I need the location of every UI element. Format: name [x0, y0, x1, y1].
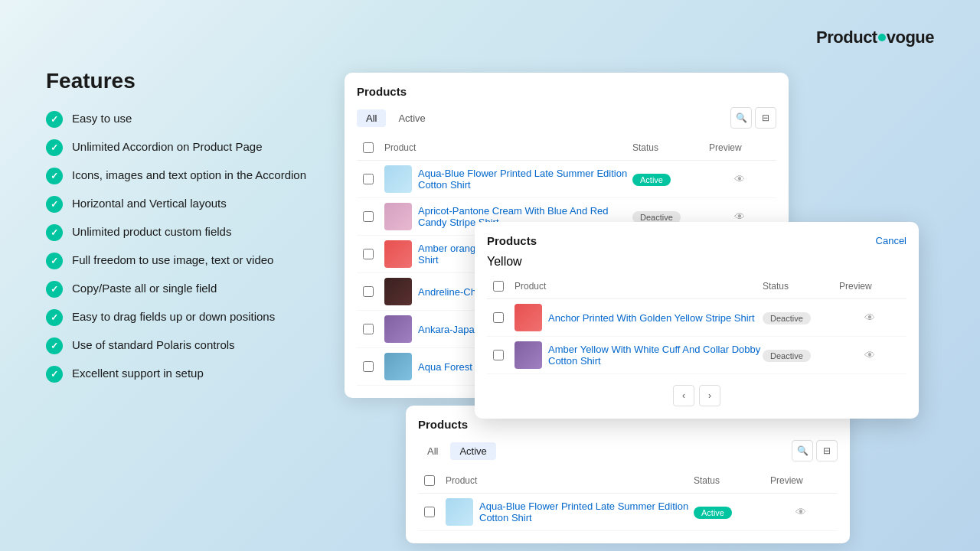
- bottom-tab-actions: 🔍 ⊟: [792, 440, 838, 461]
- header-product: Product: [384, 142, 632, 155]
- feature-item: Easy to use: [46, 110, 337, 128]
- row-checkbox[interactable]: [424, 507, 446, 517]
- row-checkbox[interactable]: [363, 324, 384, 334]
- feature-text: Unlimited product custom fields: [72, 223, 231, 240]
- bottom-tab-group: All Active: [418, 442, 496, 460]
- preview-cell[interactable]: 👁: [839, 349, 900, 361]
- features-title: Features: [46, 69, 337, 93]
- main-tab-actions: 🔍 ⊟: [730, 107, 776, 129]
- modal-search-label: Yellow: [487, 255, 906, 269]
- prev-page-button[interactable]: ‹: [673, 385, 694, 406]
- bottom-header-product: Product: [446, 475, 694, 488]
- table-row: Anchor Printed With Golden Yellow Stripe…: [487, 299, 906, 337]
- status-cell: Active: [694, 507, 770, 518]
- bottom-products-panel: Products All Active 🔍 ⊟ Product Status P…: [406, 406, 850, 543]
- feature-text: Icons, images and text option in the Acc…: [72, 167, 306, 183]
- feature-text: Horizontal and Vertical layouts: [72, 195, 227, 211]
- table-row: Aqua-Blue Flower Printed Late Summer Edi…: [357, 161, 776, 198]
- feature-item: Use of standard Polaris controls: [46, 337, 337, 354]
- modal-header: Products Cancel: [487, 234, 906, 247]
- filter-button[interactable]: ⊟: [755, 107, 776, 129]
- product-link[interactable]: Amber Yellow With White Cuff And Collar …: [548, 344, 763, 367]
- preview-cell[interactable]: 👁: [839, 311, 900, 324]
- feature-item: Horizontal and Vertical layouts: [46, 195, 337, 213]
- product-image: [384, 315, 412, 343]
- check-icon: [46, 111, 63, 128]
- row-checkbox[interactable]: [363, 211, 384, 222]
- row-checkbox[interactable]: [363, 249, 384, 259]
- header-preview: Preview: [709, 142, 770, 155]
- check-icon: [46, 253, 63, 269]
- product-image: [384, 240, 412, 268]
- row-checkbox[interactable]: [363, 174, 384, 184]
- bottom-header-checkbox: [424, 475, 446, 488]
- next-page-button[interactable]: ›: [699, 385, 720, 406]
- tab-all[interactable]: All: [357, 109, 386, 127]
- logo-vogue: vogue: [887, 28, 934, 47]
- feature-item: Unlimited product custom fields: [46, 223, 337, 241]
- row-checkbox[interactable]: [493, 350, 514, 360]
- tab-active[interactable]: Active: [389, 109, 434, 127]
- bottom-panel-title: Products: [418, 418, 838, 431]
- modal-header-product: Product: [514, 281, 763, 294]
- preview-cell[interactable]: 👁: [709, 210, 770, 223]
- features-list: Easy to use Unlimited Accordion on Produ…: [46, 110, 337, 383]
- modal-cancel-button[interactable]: Cancel: [876, 235, 906, 246]
- check-icon: [46, 366, 63, 383]
- feature-text: Easy to drag fields up or down positions: [72, 308, 275, 324]
- bottom-search-button[interactable]: 🔍: [792, 440, 813, 461]
- modal-header-preview: Preview: [839, 281, 900, 294]
- check-icon: [46, 224, 63, 241]
- feature-item: Excellent support in setup: [46, 365, 337, 383]
- feature-text: Full freedom to use image, text or video: [72, 252, 273, 268]
- main-tab-group: All Active: [357, 109, 435, 127]
- product-cell: Amber Yellow With White Cuff And Collar …: [514, 341, 763, 369]
- product-image: [384, 203, 412, 230]
- feature-text: Easy to use: [72, 110, 132, 126]
- bottom-table-body: Aqua-Blue Flower Printed Late Summer Edi…: [418, 494, 838, 531]
- row-checkbox[interactable]: [363, 361, 384, 372]
- modal-header-checkbox: [493, 281, 514, 294]
- bottom-filter-button[interactable]: ⊟: [816, 440, 838, 461]
- product-image: [446, 498, 473, 526]
- product-image: [384, 165, 412, 193]
- product-cell: Aqua-Blue Flower Printed Late Summer Edi…: [384, 165, 632, 193]
- feature-item: Icons, images and text option in the Acc…: [46, 167, 337, 184]
- check-icon: [46, 196, 63, 213]
- row-checkbox[interactable]: [363, 286, 384, 297]
- features-section: Features Easy to use Unlimited Accordion…: [46, 69, 337, 393]
- product-link[interactable]: Aqua-Blue Flower Printed Late Summer Edi…: [479, 500, 694, 523]
- modal-pagination: ‹ ›: [487, 385, 906, 406]
- search-button[interactable]: 🔍: [730, 107, 752, 129]
- preview-cell[interactable]: 👁: [770, 506, 831, 518]
- feature-text: Use of standard Polaris controls: [72, 337, 235, 353]
- check-icon: [46, 309, 63, 326]
- main-tab-row: All Active 🔍 ⊟: [357, 107, 776, 129]
- bottom-tab-all[interactable]: All: [418, 442, 447, 460]
- bottom-tab-active[interactable]: Active: [450, 442, 495, 460]
- check-icon: [46, 168, 63, 184]
- bottom-table-header: Product Status Preview: [418, 471, 838, 494]
- status-badge: Active: [632, 174, 671, 186]
- feature-item: Full freedom to use image, text or video: [46, 252, 337, 269]
- product-link[interactable]: Anchor Printed With Golden Yellow Stripe…: [548, 312, 755, 324]
- feature-item: Unlimited Accordion on Product Page: [46, 139, 337, 156]
- check-icon: [46, 337, 63, 354]
- product-image: [384, 353, 412, 380]
- header-checkbox: [363, 142, 384, 155]
- header-status: Status: [632, 142, 709, 155]
- feature-text: Excellent support in setup: [72, 365, 204, 381]
- preview-cell[interactable]: 👁: [709, 173, 770, 185]
- feature-item: Copy/Paste all or single field: [46, 280, 337, 298]
- check-icon: [46, 139, 63, 156]
- product-image: [514, 341, 542, 369]
- status-badge: Deactive: [763, 312, 811, 324]
- status-badge: Active: [694, 507, 732, 519]
- row-checkbox[interactable]: [493, 312, 514, 323]
- feature-text: Copy/Paste all or single field: [72, 280, 217, 296]
- main-table-header: Product Status Preview: [357, 138, 776, 161]
- modal-title: Products: [487, 234, 537, 247]
- product-link[interactable]: Aqua-Blue Flower Printed Late Summer Edi…: [418, 168, 632, 191]
- feature-text: Unlimited Accordion on Product Page: [72, 139, 262, 155]
- check-icon: [46, 281, 63, 298]
